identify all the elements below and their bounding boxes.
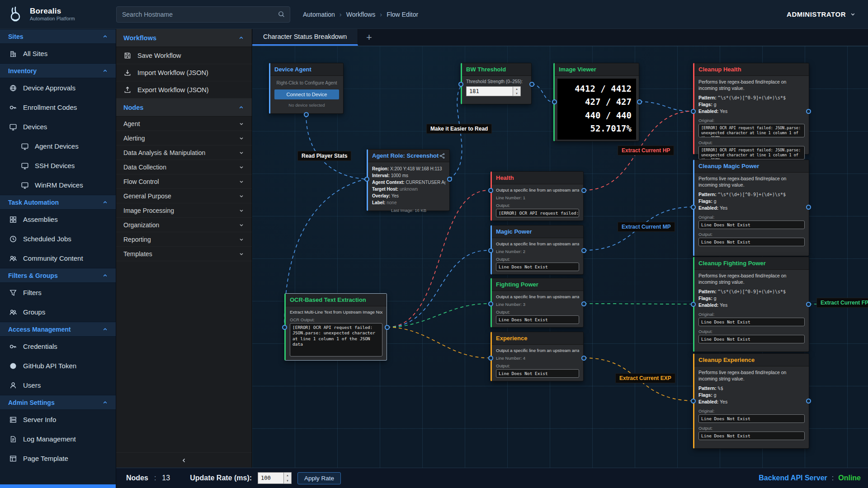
port[interactable] — [447, 177, 452, 182]
stepper-up-icon[interactable]: ▲ — [284, 473, 291, 478]
port[interactable] — [581, 188, 586, 193]
node-category-organization[interactable]: Organization — [116, 218, 252, 232]
node-device-agent[interactable]: Device Agent Right-Click to Configure Ag… — [269, 63, 344, 114]
sidebar-section-admin-settings[interactable]: Admin Settings — [0, 395, 116, 410]
node-cleanup-experience[interactable]: Cleanup Experience Performs live regex-b… — [693, 353, 809, 449]
node-health[interactable]: Health Output a specific line from an up… — [491, 171, 584, 221]
port[interactable] — [552, 99, 557, 104]
add-tab-button[interactable]: + — [358, 29, 380, 46]
node-bw-threshold[interactable]: BW Threshold Threshold Strength (0–255):… — [461, 63, 532, 104]
search-input[interactable] — [117, 11, 278, 18]
port[interactable] — [581, 301, 586, 306]
sidebar-item-agent-devices[interactable]: Agent Devices — [0, 136, 116, 156]
node-fighting-power[interactable]: Fighting Power Output a specific line fr… — [491, 278, 584, 328]
breadcrumb-flow-editor[interactable]: Flow Editor — [387, 11, 418, 18]
tab-character-status-breakdown[interactable]: Character Status Breakdown — [252, 29, 358, 46]
share-icon[interactable] — [439, 153, 445, 159]
node-category-reporting[interactable]: Reporting — [116, 232, 252, 247]
workflows-panel-header[interactable]: Workflows — [116, 29, 252, 47]
sidebar-item-credentials[interactable]: Credentials — [0, 337, 116, 356]
flow-canvas[interactable]: Read Player Stats Make it Easier to Read… — [252, 46, 868, 468]
output-textbox[interactable]: Line Does Not Exist — [698, 432, 805, 440]
output-textbox[interactable]: Line Does Not Exist — [496, 263, 579, 271]
node-cleanup-health[interactable]: Cleanup Health Performs live regex-based… — [693, 63, 809, 155]
breadcrumb-workflows[interactable]: Workflows — [346, 11, 375, 18]
sidebar-item-enrollment-codes[interactable]: Enrollment Codes — [0, 98, 116, 117]
export-workflow-button[interactable]: Export Workflow (JSON) — [116, 81, 252, 99]
sidebar-section-access-management[interactable]: Access Management — [0, 322, 116, 337]
port[interactable] — [637, 99, 642, 104]
ocr-output-textbox[interactable]: [ERROR] OCR API request failed: JSON.par… — [290, 323, 382, 357]
number-stepper[interactable]: ▲▼ — [513, 86, 521, 96]
output-textbox[interactable]: Line Does Not Exist — [496, 369, 579, 378]
node-cleanup-magic-power[interactable]: Cleanup Magic Power Performs live regex-… — [693, 160, 809, 256]
port[interactable] — [304, 112, 309, 117]
port[interactable] — [806, 205, 811, 210]
sidebar-item-github-api-token[interactable]: GitHub API Token — [0, 356, 116, 375]
port[interactable] — [806, 399, 811, 404]
port[interactable] — [529, 82, 534, 87]
sidebar-section-sites[interactable]: Sites — [0, 29, 116, 44]
node-category-flow-control[interactable]: Flow Control — [116, 174, 252, 189]
stepper-down-icon[interactable]: ▼ — [513, 91, 520, 96]
update-rate-input[interactable] — [258, 472, 284, 484]
sidebar-item-winrm-devices[interactable]: WinRM Devices — [0, 175, 116, 195]
node-category-image-processing[interactable]: Image Processing — [116, 203, 252, 218]
sidebar-item-server-info[interactable]: Server Info — [0, 410, 116, 429]
port[interactable] — [488, 356, 493, 361]
port[interactable] — [581, 248, 586, 253]
sidebar-item-filters[interactable]: Filters — [0, 283, 116, 302]
sidebar-item-device-approvals[interactable]: Device Approvals — [0, 78, 116, 98]
connect-to-device-button[interactable]: Connect to Device — [274, 89, 339, 99]
stepper-up-icon[interactable]: ▲ — [513, 87, 520, 91]
node-category-alerting[interactable]: Alerting — [116, 131, 252, 145]
port[interactable] — [282, 325, 287, 330]
port[interactable] — [806, 109, 811, 114]
node-category-agent[interactable]: Agent — [116, 117, 252, 131]
port[interactable] — [488, 188, 493, 193]
node-category-general-purpose[interactable]: General Purpose — [116, 189, 252, 203]
output-textbox[interactable]: [ERROR] OCR API request failed: JSON.par — [496, 209, 579, 217]
sidebar-item-log-management[interactable]: Log Management — [0, 429, 116, 449]
port[interactable] — [691, 109, 696, 114]
port[interactable] — [691, 205, 696, 210]
node-experience[interactable]: Experience Output a specific line from a… — [491, 332, 584, 381]
node-category-templates[interactable]: Templates — [116, 247, 252, 261]
node-image-viewer[interactable]: Image Viewer 4412 / 4412 427 / 427 440 /… — [553, 63, 639, 141]
sidebar-item-all-sites[interactable]: All Sites — [0, 44, 116, 63]
output-textbox[interactable]: Line Does Not Exist — [698, 238, 805, 246]
sidebar-item-community-content[interactable]: Community Content — [0, 249, 116, 268]
threshold-value-input[interactable] — [466, 86, 513, 96]
sidebar-item-users[interactable]: Users — [0, 375, 116, 395]
node-agent-role-screenshot[interactable]: Agent Role: Screenshot Region: X:200 Y:4… — [367, 149, 450, 211]
original-textbox[interactable]: Line Does Not Exist — [698, 318, 805, 326]
number-stepper[interactable]: ▲▼ — [284, 472, 292, 484]
original-textbox[interactable]: [ERROR] OCR API request failed: JSON.par… — [698, 124, 805, 137]
original-textbox[interactable]: Line Does Not Exist — [698, 221, 805, 229]
breadcrumb-automation[interactable]: Automation — [303, 11, 335, 18]
apply-rate-button[interactable]: Apply Rate — [297, 472, 341, 484]
collapse-panel-button[interactable] — [116, 452, 252, 468]
node-magic-power[interactable]: Magic Power Output a specific line from … — [491, 225, 584, 275]
node-category-data-analysis[interactable]: Data Analysis & Manipulation — [116, 145, 252, 160]
node-ocr-text-extraction[interactable]: OCR-Based Text Extraction Extract Multi-… — [284, 293, 387, 361]
port[interactable] — [385, 325, 390, 330]
port[interactable] — [364, 177, 369, 182]
sidebar-section-inventory[interactable]: Inventory — [0, 63, 116, 78]
sidebar-item-groups[interactable]: Groups — [0, 302, 116, 322]
import-workflow-button[interactable]: Import Workflow (JSON) — [116, 64, 252, 81]
port[interactable] — [488, 248, 493, 253]
sidebar-section-task-automation[interactable]: Task Automation — [0, 195, 116, 210]
output-textbox[interactable]: [ERROR] OCR API request failed: JSON.par… — [698, 146, 805, 160]
port[interactable] — [581, 356, 586, 361]
save-workflow-button[interactable]: Save Workflow — [116, 47, 252, 64]
output-textbox[interactable]: Line Does Not Exist — [698, 335, 805, 343]
port[interactable] — [691, 399, 696, 404]
user-menu[interactable]: ADMINISTRATOR — [787, 10, 856, 18]
sidebar-item-ssh-devices[interactable]: SSH Devices — [0, 156, 116, 175]
sidebar-item-devices[interactable]: Devices — [0, 117, 116, 136]
sidebar-item-page-template[interactable]: Page Template — [0, 449, 116, 468]
sidebar-item-assemblies[interactable]: Assemblies — [0, 210, 116, 229]
sidebar-item-scheduled-jobs[interactable]: Scheduled Jobs — [0, 229, 116, 249]
nodes-panel-header[interactable]: Nodes — [116, 99, 252, 117]
